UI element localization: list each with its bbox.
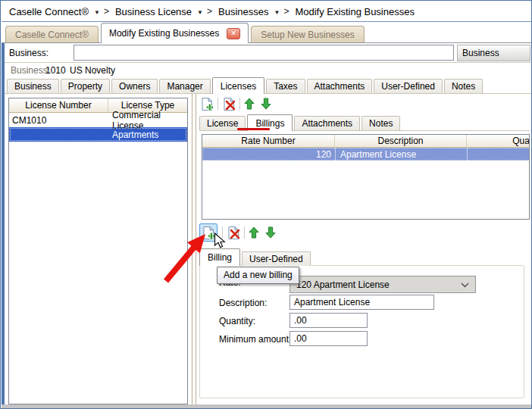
tab-licenses[interactable]: Licenses [212,77,264,94]
breadcrumb-item-caselle[interactable]: Caselle Connect® [9,6,89,17]
cell-license-number: CM1010 [9,115,108,126]
tab-owners[interactable]: Owners [111,79,158,93]
tab-billings-notes[interactable]: Notes [361,116,400,130]
tab-setup-new-businesses[interactable]: Setup New Businesses [251,26,364,42]
chevron-down-icon [461,283,469,288]
delete-icon[interactable] [221,96,236,111]
minimum-amount-label: Minimum amount: [219,334,291,345]
rate-table-header: Rate Number Description Quantity [202,135,530,148]
red-arrow-annotation [157,229,211,287]
cell-license-type: Apartments [108,130,187,140]
left-accent-strip [2,43,5,404]
close-icon[interactable]: ✕ [227,28,240,39]
tab-modify-existing-businesses[interactable]: Modify Existing Businesses ✕ [101,23,249,43]
tab-billing-user-defined[interactable]: User-Defined [242,251,311,266]
tab-business[interactable]: Business [7,79,59,93]
tab-label: Notes [369,118,393,129]
tab-user-defined[interactable]: User-Defined [374,79,443,93]
tab-label: Licenses [221,81,256,92]
tab-label: Caselle Connect® [15,30,89,40]
cell-quantity [467,148,530,161]
status-business-name: US Novelty [70,65,115,76]
breadcrumb-item-modify-existing: Modify Existing Businesses [295,6,415,17]
chevron-down-icon[interactable]: ▼ [197,9,203,16]
tab-notes[interactable]: Notes [444,79,483,93]
business-lookup-row: Business: Business [2,43,532,63]
quantity-label: Quantity: [219,316,255,326]
column-header-description[interactable]: Description [335,135,467,147]
business-button[interactable]: Business [457,45,530,61]
move-down-icon[interactable] [264,225,277,240]
tab-label: Business [14,81,52,92]
tab-label: Owners [119,81,150,92]
minimum-amount-field[interactable] [289,331,368,346]
tab-billings-attachments[interactable]: Attachments [294,116,360,130]
mdi-tab-strip: Caselle Connect® Modify Existing Busines… [2,22,532,43]
tab-label: Modify Existing Businesses [109,28,219,39]
description-field[interactable] [289,295,434,310]
cursor-arrow-icon [214,233,226,249]
status-business-number: 1010 [45,65,66,76]
chevron-down-icon[interactable]: ▼ [94,9,100,16]
breadcrumb-item-businesses[interactable]: Businesses [218,6,268,17]
record-status-row: Business: 1010 US Novelty [2,63,532,76]
tab-label: Setup New Businesses [261,30,354,40]
tab-taxes[interactable]: Taxes [266,79,305,93]
tab-caselle-connect[interactable]: Caselle Connect® [5,26,99,42]
app-window: Caselle Connect® ▼ > Business License ▼ … [0,0,532,409]
business-button-label: Business [462,48,499,58]
billing-rate-table: Rate Number Description Quantity 120 Apa… [202,134,530,220]
tab-label: Notes [452,81,475,92]
tab-label: License [207,118,238,129]
toolbar-separator [239,98,240,110]
tab-property[interactable]: Property [61,79,110,93]
rate-dropdown[interactable]: 120 Apartment License [289,276,476,293]
rate-dropdown-value: 120 Apartment License [296,279,390,290]
tab-attachments[interactable]: Attachments [307,79,373,93]
tab-label: Manager [167,81,202,92]
column-header-quantity[interactable]: Quantity [467,135,530,147]
cell-description: Apartment License [335,148,467,161]
table-row[interactable]: CM1010 Commercial License [9,113,187,127]
column-header-rate-number[interactable]: Rate Number [202,135,335,147]
description-label: Description: [219,298,267,308]
red-underline-annotation [237,128,270,130]
tab-manager[interactable]: Manager [159,79,210,93]
table-row-selected[interactable]: 120 Apartment License [202,148,530,161]
main-tab-strip: Business Property Owners Manager License… [2,76,532,94]
tab-label: Attachments [302,118,352,129]
business-field-label: Business: [9,48,49,58]
licenses-detail-panel: License Billings Attachments Notes Rate … [199,94,530,405]
billing-form-groupbox: Rate: 120 Apartment License Description:… [199,265,524,398]
cell-rate-number: 120 [202,149,335,160]
tab-label: User-Defined [381,81,435,92]
license-toolbar [199,95,272,113]
column-header-license-number[interactable]: License Number [9,98,108,112]
chevron-down-icon[interactable]: ▼ [274,9,280,16]
status-business-label: Business: [11,65,50,76]
tab-label: Taxes [274,81,297,92]
delete-icon[interactable] [226,225,241,240]
table-row-selected[interactable]: Apartments [9,127,187,142]
business-search-input[interactable] [74,45,454,61]
tooltip: Add a new billing [217,267,299,284]
breadcrumb-separator: > [104,6,109,17]
breadcrumb-separator: > [207,6,212,17]
quantity-field[interactable] [289,313,368,328]
tab-label: Attachments [315,81,365,92]
breadcrumb: Caselle Connect® ▼ > Business License ▼ … [2,2,532,22]
billing-detail-tab-strip: Billing User-Defined [199,248,312,266]
move-up-icon[interactable] [243,96,255,111]
cell-license-type: Commercial License [108,110,187,131]
tab-label: User-Defined [249,254,303,264]
move-down-icon[interactable] [260,96,272,111]
toolbar-separator [217,98,218,110]
bottom-scrollbar[interactable] [2,404,532,409]
tab-label: Property [68,81,102,92]
move-up-icon[interactable] [248,225,260,240]
add-icon[interactable] [199,96,214,111]
breadcrumb-separator: > [283,6,289,17]
breadcrumb-item-business-license[interactable]: Business License [115,6,192,17]
tab-label: Billings [255,118,284,129]
toolbar-separator [244,226,245,239]
